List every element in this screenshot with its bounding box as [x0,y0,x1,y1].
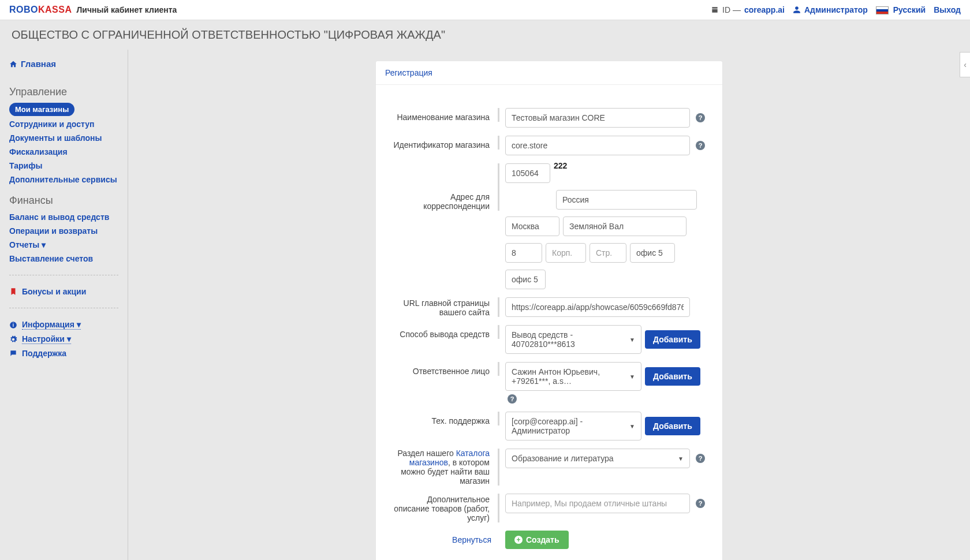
logo-kassa: KASSA [38,5,72,14]
nav-fiscal[interactable]: Фискализация [9,145,118,159]
language-switch[interactable]: Русский [876,5,926,14]
nav-my-shops[interactable]: Мои магазины [9,103,74,116]
admin-link[interactable]: Администратор [793,5,868,14]
id-link[interactable]: coreapp.ai [744,5,785,14]
office1-input[interactable] [630,243,675,263]
catalog-select[interactable]: Образование и литература ▼ [505,449,690,468]
nav-staff[interactable]: Сотрудники и доступ [9,117,118,131]
zip-input[interactable] [505,163,550,183]
tech-select[interactable]: [corp@coreapp.ai] - Администратор ▼ [505,412,641,440]
url-input[interactable] [505,297,690,317]
overlay-222: 222 [554,161,567,170]
chevron-down-icon: ▼ [678,456,684,462]
chevron-down-icon: ▼ [629,423,635,430]
section-finance: Финансы [9,195,118,207]
topbar: ROBOKASSA Личный кабинет клиента ID — co… [0,0,970,20]
nav-reports[interactable]: Отчеты ▾ [9,238,118,252]
sidebar: Главная Управление Мои магазины Сотрудни… [0,50,128,560]
str-input[interactable] [590,243,626,263]
city-input[interactable] [505,216,559,236]
add-responsible-button[interactable]: Добавить [645,367,700,386]
label-catalog: Раздел нашего Каталога магазинов, в кото… [390,449,499,486]
nav-bonus[interactable]: Бонусы и акции [9,285,118,298]
svg-text:i: i [13,322,14,327]
chevron-left-icon: ‹ [964,60,967,69]
back-link[interactable]: Вернуться [452,535,491,544]
section-manage: Управление [9,86,118,98]
nav-tariffs[interactable]: Тарифы [9,159,118,173]
nav-ops[interactable]: Операции и возвраты [9,224,118,238]
shop-name-input[interactable] [505,108,690,128]
office2-input[interactable] [505,270,546,289]
gear-icon [9,335,17,344]
add-tech-button[interactable]: Добавить [645,417,700,435]
user-icon [793,6,801,14]
chat-icon [9,349,17,357]
registration-card: Регистрация Наименование магазина ? Иден… [376,61,722,560]
responsible-select[interactable]: Сажин Антон Юрьевич, +79261***, a.s… ▼ [505,362,641,391]
collapse-right-panel[interactable]: ‹ [960,52,970,77]
main: ‹ Регистрация Наименование магазина ? Ид… [128,50,970,560]
add-withdraw-button[interactable]: Добавить [645,330,700,349]
street-input[interactable] [563,216,687,236]
label-tech: Тех. поддержка [390,412,499,425]
org-title: ОБЩЕСТВО С ОГРАНИЧЕННОЙ ОТВЕТСТВЕННОСТЬЮ… [0,20,970,50]
exit-link[interactable]: Выход [934,5,961,14]
nav-info[interactable]: i Информация ▾ [9,318,118,332]
help-icon[interactable]: ? [696,141,705,150]
nav-invoice[interactable]: Выставление счетов [9,252,118,266]
help-icon[interactable]: ? [508,394,517,404]
nav-extra[interactable]: Дополнительные сервисы [9,173,118,186]
shop-id-input[interactable] [505,136,690,155]
chevron-down-icon: ▼ [629,337,635,343]
logo-robo: ROBO [9,5,38,14]
plus-icon: + [514,536,523,544]
info-icon: i [9,321,17,329]
shop-icon [711,6,719,14]
card-title: Регистрация [376,61,722,85]
home-icon [9,60,17,68]
help-icon[interactable]: ? [696,113,705,122]
withdraw-select[interactable]: Вывод средств - 40702810***8613 ▼ [505,325,641,354]
country-input[interactable] [556,190,697,210]
flag-ru-icon [876,6,889,14]
label-url: URL главной страницы вашего сайта [390,297,499,317]
nav-balance[interactable]: Баланс и вывод средств [9,210,118,224]
label-description: Дополнительное описание товаров (работ, … [390,494,499,522]
chevron-down-icon: ▼ [629,374,635,380]
logo[interactable]: ROBOKASSA [9,5,72,15]
label-address: Адрес для корреспонденции [390,163,499,211]
label-shop-id: Идентификатор магазина [390,136,499,150]
description-input[interactable] [505,494,690,513]
label-withdraw: Способ вывода средств [390,325,499,339]
label-shop-name: Наименование магазина [390,108,499,122]
nav-settings[interactable]: Настройки ▾ [9,332,118,346]
create-button[interactable]: + Создать [505,531,569,549]
topbar-subtitle: Личный кабинет клиента [77,5,177,14]
id-block: ID — coreapp.ai [711,5,785,14]
nav-support[interactable]: Поддержка [9,346,118,360]
label-responsible: Ответственное лицо [390,362,499,376]
house-input[interactable] [505,243,542,263]
nav-home[interactable]: Главная [9,55,118,78]
help-icon[interactable]: ? [696,454,705,463]
help-icon[interactable]: ? [696,499,705,508]
korp-input[interactable] [546,243,586,263]
bookmark-icon [9,288,17,296]
nav-docs[interactable]: Документы и шаблоны [9,131,118,145]
